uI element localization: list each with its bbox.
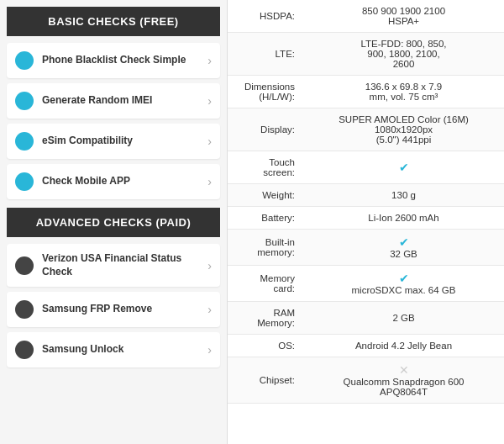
spec-label-10: OS:	[228, 335, 303, 357]
spec-label-9: RAM Memory:	[228, 302, 303, 335]
spec-label-3: Display:	[228, 108, 303, 151]
spec-value-9: 2 GB	[303, 302, 504, 335]
check-item-phone-blacklist[interactable]: Phone Blacklist Check Simple ›	[7, 43, 220, 78]
spec-row-10: OS:Android 4.2 Jelly Bean	[228, 335, 504, 357]
spec-value-6: Li-Ion 2600 mAh	[303, 207, 504, 230]
spec-text-7: 32 GB	[390, 249, 417, 259]
spec-row-1: LTE:LTE-FDD: 800, 850, 900, 1800, 2100, …	[228, 33, 504, 76]
spec-label-7: Built-in memory:	[228, 230, 303, 266]
chevron-samsung-frp: ›	[207, 303, 212, 316]
spec-row-4: Touch screen:✔	[228, 151, 504, 184]
dot-generate-imei	[15, 92, 34, 110]
spec-row-11: Chipset:✕Qualcomm Snapdragon 600APQ8064T	[228, 357, 504, 404]
dot-samsung-unlock	[15, 341, 34, 359]
label-samsung-frp: Samsung FRP Remove	[42, 303, 202, 316]
dot-verizon	[15, 256, 34, 275]
spec-text-8: microSDXC max. 64 GB	[352, 285, 456, 295]
spec-row-9: RAM Memory:2 GB	[228, 302, 504, 335]
chevron-esim: ›	[207, 135, 212, 148]
spec-label-6: Battery:	[228, 207, 303, 230]
dot-samsung-frp	[15, 300, 34, 319]
spec-table: HSDPA:850 900 1900 2100 HSPA+LTE:LTE-FDD…	[228, 0, 504, 404]
spec-value-10: Android 4.2 Jelly Bean	[303, 335, 504, 357]
label-samsung-unlock: Samsung Unlock	[42, 343, 202, 357]
spec-row-8: Memory card:✔microSDXC max. 64 GB	[228, 266, 504, 302]
label-esim: eSim Compatibility	[42, 135, 202, 148]
spec-label-8: Memory card:	[228, 266, 303, 302]
spec-label-4: Touch screen:	[228, 151, 303, 184]
spec-value-4: ✔	[303, 151, 504, 184]
spec-value-0: 850 900 1900 2100 HSPA+	[303, 0, 504, 33]
label-check-mobile: Check Mobile APP	[42, 175, 202, 188]
check-item-samsung-frp[interactable]: Samsung FRP Remove ›	[7, 292, 220, 327]
chevron-phone-blacklist: ›	[207, 54, 212, 67]
check-item-generate-imei[interactable]: Generate Random IMEI ›	[7, 83, 220, 119]
spec-row-5: Weight:130 g	[228, 184, 504, 207]
check-icon-7: ✔	[399, 235, 409, 249]
cross-icon-11: ✕	[399, 363, 409, 377]
left-panel: BASIC CHECKS (FREE) Phone Blacklist Chec…	[0, 0, 227, 444]
spec-value-8: ✔microSDXC max. 64 GB	[303, 266, 504, 302]
spec-row-6: Battery:Li-Ion 2600 mAh	[228, 207, 504, 230]
spec-label-1: LTE:	[228, 33, 303, 76]
chevron-verizon: ›	[207, 259, 212, 272]
spec-row-7: Built-in memory:✔32 GB	[228, 230, 504, 266]
check-item-verizon[interactable]: Verizon USA Financial Status Check ›	[7, 244, 220, 287]
label-phone-blacklist: Phone Blacklist Check Simple	[42, 54, 202, 67]
spec-row-3: Display:SUPER AMOLED Color (16M) 1080x19…	[228, 108, 504, 151]
right-panel: HSDPA:850 900 1900 2100 HSPA+LTE:LTE-FDD…	[227, 0, 504, 444]
dot-check-mobile	[15, 172, 34, 191]
spec-value-11: ✕Qualcomm Snapdragon 600APQ8064T	[303, 357, 504, 404]
spec-label-2: Dimensions (H/L/W):	[228, 76, 303, 108]
advanced-checks-header: ADVANCED CHECKS (PAID)	[7, 208, 220, 237]
spec-value-7: ✔32 GB	[303, 230, 504, 266]
spec-text-11: Qualcomm Snapdragon 600APQ8064T	[344, 377, 465, 397]
spec-row-0: HSDPA:850 900 1900 2100 HSPA+	[228, 0, 504, 33]
spec-label-0: HSDPA:	[228, 0, 303, 33]
dot-phone-blacklist	[15, 51, 34, 70]
spec-value-3: SUPER AMOLED Color (16M) 1080x1920px (5.…	[303, 108, 504, 151]
check-item-samsung-unlock[interactable]: Samsung Unlock ›	[7, 332, 220, 367]
dot-esim	[15, 132, 34, 151]
basic-checks-header: BASIC CHECKS (FREE)	[7, 7, 220, 36]
label-generate-imei: Generate Random IMEI	[42, 94, 202, 108]
spec-label-5: Weight:	[228, 184, 303, 207]
check-icon-8: ✔	[399, 272, 409, 285]
chevron-samsung-unlock: ›	[207, 343, 212, 357]
label-verizon: Verizon USA Financial Status Check	[42, 252, 202, 278]
spec-value-5: 130 g	[303, 184, 504, 207]
spec-row-2: Dimensions (H/L/W):136.6 x 69.8 x 7.9 mm…	[228, 76, 504, 108]
chevron-generate-imei: ›	[207, 94, 212, 108]
spec-label-11: Chipset:	[228, 357, 303, 404]
check-icon-4: ✔	[399, 161, 409, 174]
check-item-esim[interactable]: eSim Compatibility ›	[7, 124, 220, 159]
spec-value-2: 136.6 x 69.8 x 7.9 mm, vol. 75 cm³	[303, 76, 504, 108]
spec-value-1: LTE-FDD: 800, 850, 900, 1800, 2100, 2600	[303, 33, 504, 76]
check-item-check-mobile[interactable]: Check Mobile APP ›	[7, 164, 220, 199]
chevron-check-mobile: ›	[207, 175, 212, 188]
